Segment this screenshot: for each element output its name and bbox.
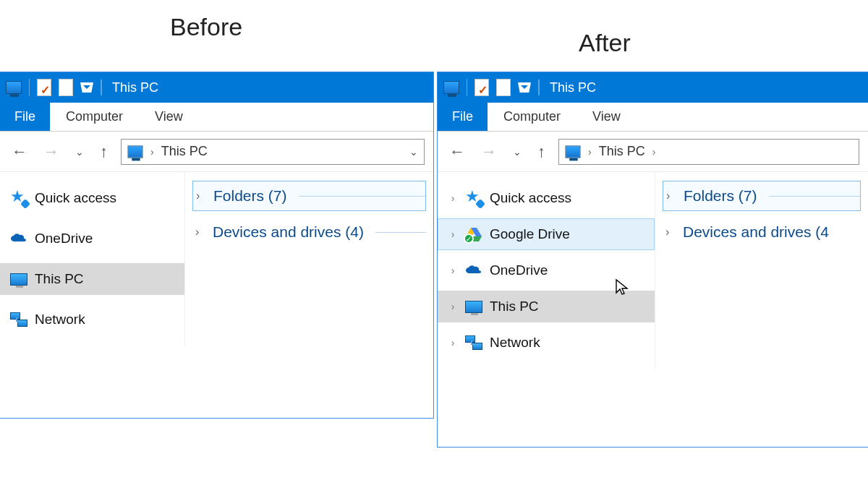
expand-icon[interactable]: › [448,301,458,312]
network-icon [465,335,482,350]
titlebar: This PC [438,72,868,103]
cursor-icon [615,278,629,297]
separator [101,80,102,95]
forward-button: → [41,141,62,163]
qat-newfolder-icon[interactable] [59,79,73,96]
sidebar-item-label: Google Drive [490,226,570,242]
quick-access-icon [465,190,482,206]
chevron-right-icon: › [666,189,676,202]
window-title: This PC [112,80,158,95]
chevron-right-icon: › [150,146,154,158]
breadcrumb-this-pc[interactable]: This PC [599,144,645,159]
content-pane: › Folders (7) › Devices and drives (4) [184,172,433,346]
network-icon [10,312,27,327]
forward-button: → [478,141,500,163]
sidebar-item-label: OneDrive [35,231,93,247]
heading-after: After [579,29,631,57]
tab-computer[interactable]: Computer [50,103,139,131]
qat-properties-icon[interactable] [37,79,51,96]
section-devices[interactable]: › Devices and drives (4 [663,217,861,247]
back-button[interactable]: ← [9,141,30,163]
tab-view[interactable]: View [139,103,199,131]
quick-access-icon [10,190,27,206]
sidebar-item-quick-access[interactable]: › Quick access [438,182,655,214]
titlebar: This PC [0,72,433,103]
pc-icon [10,273,27,286]
divider [299,196,425,197]
window-title: This PC [550,80,596,95]
section-folders[interactable]: › Folders (7) [663,181,861,211]
navigation-toolbar: ← → ⌄ ↑ › This PC ⌄ [0,132,433,172]
expand-icon[interactable]: › [448,337,458,348]
sidebar-item-label: OneDrive [490,262,548,278]
section-label: Folders (7) [213,187,287,205]
section-label: Devices and drives (4) [213,223,364,241]
up-button[interactable]: ↑ [97,141,111,163]
chevron-right-icon: › [195,226,205,239]
tab-view[interactable]: View [576,103,637,131]
back-button[interactable]: ← [446,141,468,163]
separator [467,79,467,96]
sidebar-item-label: This PC [35,271,84,287]
sidebar-item-network[interactable]: Network [0,304,184,335]
pc-icon [566,145,581,158]
content-pane: › Folders (7) › Devices and drives (4 [655,172,868,369]
chevron-right-icon: › [665,226,676,239]
window-before: This PC File Computer View ← → ⌄ ↑ › Thi… [0,72,434,419]
expand-icon[interactable]: › [448,192,458,204]
app-icon [6,81,22,94]
sidebar-item-label: Network [490,335,540,351]
address-bar[interactable]: › This PC ⌄ [121,139,425,165]
history-dropdown[interactable]: ⌄ [72,145,87,159]
onedrive-icon [465,262,482,278]
sidebar-item-this-pc[interactable]: This PC [0,263,184,295]
ribbon-tabs: File Computer View [0,103,433,132]
qat-customize-icon[interactable] [518,82,531,93]
chevron-right-icon: › [588,146,592,158]
separator [538,80,540,95]
pc-icon [465,301,482,313]
app-icon [443,81,459,94]
qat-newfolder-icon[interactable] [496,79,511,96]
ribbon-tabs: File Computer View [438,103,868,132]
expand-icon[interactable]: › [448,265,458,276]
history-dropdown[interactable]: ⌄ [510,145,524,159]
divider [769,196,860,197]
tab-computer[interactable]: Computer [488,103,576,131]
sidebar-item-label: Quick access [35,190,116,206]
navigation-pane: Quick access OneDrive This PC Network [0,172,184,346]
sidebar-item-network[interactable]: › Network [438,327,655,359]
tab-file[interactable]: File [438,103,488,131]
section-devices[interactable]: › Devices and drives (4) [192,217,426,247]
sidebar-item-label: Quick access [490,190,571,206]
navigation-toolbar: ← → ⌄ ↑ › This PC › [438,132,868,172]
window-after: This PC File Computer View ← → ⌄ ↑ › Thi… [437,72,868,448]
sidebar-item-onedrive[interactable]: OneDrive [0,223,184,254]
sidebar-item-label: This PC [490,299,539,314]
navigation-pane: › Quick access › ✓ Google Drive › OneDri… [438,172,655,369]
section-label: Devices and drives (4 [683,223,829,241]
onedrive-icon [10,231,27,247]
address-bar[interactable]: › This PC › [558,139,859,165]
divider [375,232,426,233]
section-label: Folders (7) [684,187,757,205]
chevron-right-icon: › [652,146,656,158]
google-drive-icon: ✓ [465,226,482,242]
heading-before: Before [170,13,242,41]
breadcrumb-this-pc[interactable]: This PC [161,144,208,159]
section-folders[interactable]: › Folders (7) [192,181,426,211]
sidebar-item-google-drive[interactable]: › ✓ Google Drive [438,218,655,250]
chevron-right-icon: › [196,189,206,202]
qat-properties-icon[interactable] [475,79,489,96]
expand-icon[interactable]: › [448,228,458,240]
sidebar-item-label: Network [35,312,85,328]
qat-customize-icon[interactable] [80,82,93,93]
pc-icon [128,145,143,158]
tab-file[interactable]: File [0,103,50,131]
up-button[interactable]: ↑ [535,141,548,163]
separator [29,79,30,96]
sidebar-item-quick-access[interactable]: Quick access [0,182,184,214]
address-dropdown-icon[interactable]: ⌄ [409,146,418,158]
